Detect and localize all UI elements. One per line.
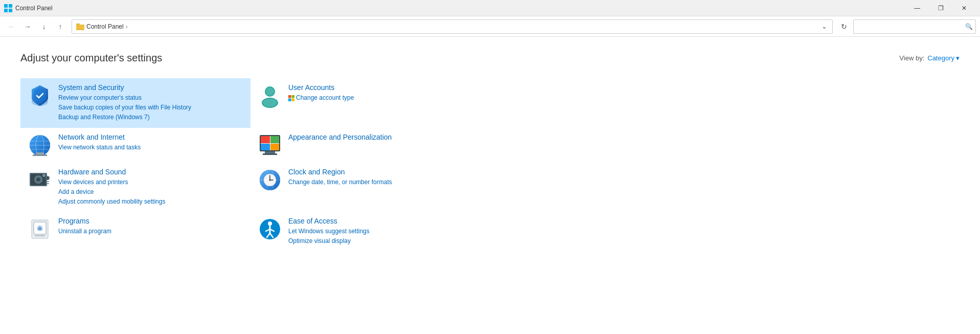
svg-rect-6	[76, 25, 84, 30]
user-accounts-title[interactable]: User Accounts	[288, 83, 473, 92]
appearance-title[interactable]: Appearance and Personalization	[288, 133, 473, 141]
svg-rect-41	[46, 183, 49, 184]
svg-rect-56	[35, 235, 45, 236]
search-icon: 🔍	[965, 23, 973, 30]
category-clock-region[interactable]: Clock and Region Change date, time, or n…	[250, 163, 481, 212]
appearance-text: Appearance and Personalization	[288, 133, 473, 143]
svg-rect-22	[36, 152, 44, 154]
programs-title[interactable]: Programs	[58, 217, 243, 225]
back-button[interactable]: ←	[4, 19, 18, 34]
up-button[interactable]: ↑	[53, 19, 67, 34]
search-wrapper: 🔍	[853, 19, 976, 34]
control-panel-icon	[4, 4, 12, 12]
window-title: Control Panel	[15, 5, 905, 12]
svg-point-36	[37, 179, 39, 181]
network-internet-icon	[28, 133, 52, 158]
appearance-icon	[258, 133, 282, 158]
restore-button[interactable]: ❐	[929, 0, 952, 16]
category-appearance[interactable]: Appearance and Personalization	[250, 128, 481, 163]
svg-rect-27	[270, 136, 279, 143]
system-security-title[interactable]: System and Security	[58, 83, 243, 92]
svg-rect-1	[9, 4, 12, 8]
hardware-sound-title[interactable]: Hardware and Sound	[58, 168, 243, 176]
close-button[interactable]: ✕	[952, 0, 976, 16]
svg-point-37	[42, 174, 45, 177]
programs-link-1[interactable]: Uninstall a program	[58, 227, 243, 236]
programs-icon	[28, 217, 52, 241]
svg-rect-26	[261, 136, 270, 143]
clock-region-text: Clock and Region Change date, time, or n…	[288, 168, 473, 187]
category-hardware-sound[interactable]: Hardware and Sound View devices and prin…	[20, 163, 250, 212]
address-separator: ›	[126, 23, 128, 30]
search-input[interactable]	[853, 19, 976, 34]
svg-point-11	[263, 99, 277, 107]
view-by-selector: View by: Category ▾	[899, 54, 960, 62]
ease-access-link-1[interactable]: Let Windows suggest settings	[288, 227, 473, 236]
hardware-sound-link-2[interactable]: Add a device	[58, 187, 243, 197]
category-programs[interactable]: Programs Uninstall a program	[20, 212, 250, 251]
hardware-sound-link-1[interactable]: View devices and printers	[58, 177, 243, 187]
address-folder-icon	[76, 23, 84, 31]
windows-logo-icon	[288, 95, 294, 101]
category-system-security[interactable]: System and Security Review your computer…	[20, 78, 250, 128]
network-internet-link-1[interactable]: View network status and tasks	[58, 143, 243, 152]
category-ease-access[interactable]: Ease of Access Let Windows suggest setti…	[250, 212, 481, 251]
category-network-internet[interactable]: Network and Internet View network status…	[20, 128, 250, 163]
user-accounts-icon	[258, 83, 282, 108]
svg-rect-40	[46, 181, 49, 182]
refresh-button[interactable]: ↻	[837, 19, 851, 34]
svg-rect-14	[288, 98, 291, 101]
main-content: Adjust your computer's settings View by:…	[0, 37, 980, 334]
svg-rect-29	[270, 144, 279, 150]
category-user-accounts[interactable]: User Accounts Change account type	[250, 78, 481, 128]
system-security-icon	[28, 83, 52, 108]
network-internet-title[interactable]: Network and Internet	[58, 133, 243, 141]
address-path: Control Panel	[86, 23, 124, 30]
hardware-sound-text: Hardware and Sound View devices and prin…	[58, 168, 243, 207]
ease-access-icon	[258, 217, 282, 241]
svg-rect-2	[4, 9, 8, 12]
ease-access-title[interactable]: Ease of Access	[288, 217, 473, 225]
programs-text: Programs Uninstall a program	[58, 217, 243, 236]
address-bar: ← → ↓ ↑ Control Panel › ⌄ ↻ 🔍	[0, 16, 980, 37]
svg-rect-13	[292, 95, 295, 98]
hardware-sound-icon	[28, 168, 52, 192]
svg-rect-0	[4, 4, 8, 8]
down-button[interactable]: ↓	[37, 19, 51, 34]
svg-point-50	[269, 179, 271, 181]
title-bar: Control Panel — ❐ ✕	[0, 0, 980, 16]
svg-point-10	[266, 87, 274, 96]
system-security-link-1[interactable]: Review your computer's status	[58, 93, 243, 103]
clock-region-icon	[258, 168, 282, 192]
svg-rect-28	[261, 144, 270, 150]
system-security-text: System and Security Review your computer…	[58, 83, 243, 123]
user-accounts-text: User Accounts Change account type	[288, 83, 473, 104]
view-by-value[interactable]: Category ▾	[927, 54, 960, 62]
system-security-link-3[interactable]: Backup and Restore (Windows 7)	[58, 113, 243, 122]
system-security-link-2[interactable]: Save backup copies of your files with Fi…	[58, 103, 243, 113]
minimize-button[interactable]: —	[905, 0, 929, 16]
ease-access-link-2[interactable]: Optimize visual display	[288, 236, 473, 246]
forward-button[interactable]: →	[20, 19, 35, 34]
ease-access-text: Ease of Access Let Windows suggest setti…	[288, 217, 473, 246]
svg-point-39	[47, 177, 49, 179]
window-controls: — ❐ ✕	[905, 0, 976, 16]
categories-grid: System and Security Review your computer…	[20, 78, 481, 252]
svg-rect-15	[292, 98, 295, 101]
network-internet-text: Network and Internet View network status…	[58, 133, 243, 152]
page-title: Adjust your computer's settings	[20, 52, 162, 64]
svg-rect-30	[265, 151, 275, 153]
clock-region-link-1[interactable]: Change date, time, or number formats	[288, 177, 473, 187]
clock-region-title[interactable]: Clock and Region	[288, 168, 473, 176]
address-content: Control Panel ›	[76, 23, 818, 31]
page-header: Adjust your computer's settings View by:…	[20, 52, 960, 64]
address-box[interactable]: Control Panel › ⌄	[72, 19, 833, 34]
svg-rect-31	[263, 153, 277, 155]
svg-rect-23	[33, 154, 47, 156]
hardware-sound-link-3[interactable]: Adjust commonly used mobility settings	[58, 197, 243, 207]
address-dropdown-button[interactable]: ⌄	[820, 23, 828, 31]
svg-rect-12	[288, 95, 291, 98]
view-by-label: View by:	[899, 54, 924, 62]
svg-rect-3	[9, 9, 12, 12]
user-accounts-link-1[interactable]: Change account type	[288, 93, 473, 104]
